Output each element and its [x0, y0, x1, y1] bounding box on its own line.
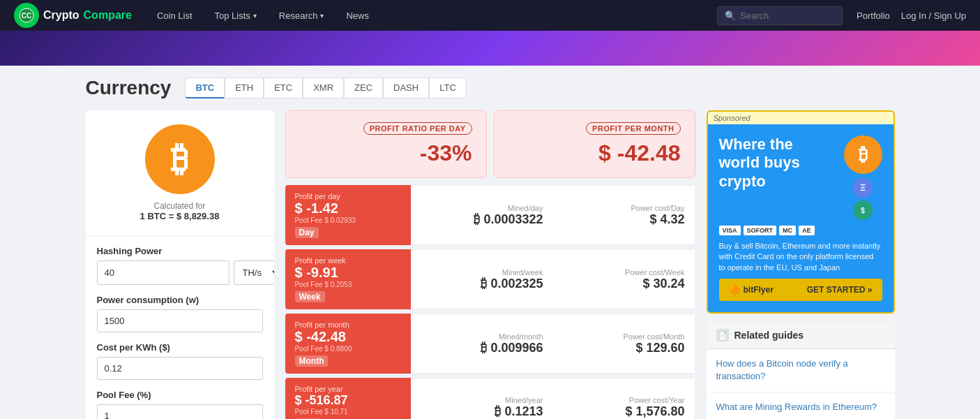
day-power-value: $ 4.32: [649, 212, 684, 227]
mining-row-week: Profit per week $ -9.91 Pool Fee $ 0.205…: [285, 249, 695, 309]
hashing-unit-select[interactable]: TH/s GH/s MH/s: [234, 260, 274, 285]
bitcoin-icon: ₿: [145, 124, 215, 194]
day-power-label: Power cost/Day: [631, 204, 684, 212]
power-consumption-label: Power consumption (w): [97, 295, 263, 305]
input-section: Hashing Power TH/s GH/s MH/s Power consu…: [86, 236, 274, 419]
week-mined-value: ₿ 0.002325: [481, 277, 543, 291]
ad-bitcoin-icon: ₿: [844, 135, 882, 174]
year-mined-label: Mined/year: [505, 396, 543, 404]
week-pool-fee: Pool Fee $ 0.2053: [295, 281, 401, 288]
search-box[interactable]: 🔍: [717, 6, 843, 25]
tab-xmr[interactable]: XMR: [303, 78, 344, 98]
hashing-power-label: Hashing Power: [97, 246, 263, 256]
guide-link-2[interactable]: What are Mining Rewards in Ethereum?: [707, 392, 895, 419]
coin-icon-area: ₿ Calculated for 1 BTC = $ 8,829.38: [86, 110, 274, 236]
day-power-cell: Power cost/Day $ 4.32: [553, 185, 695, 245]
week-power-label: Power cost/Week: [625, 268, 684, 277]
power-consumption-input[interactable]: [97, 309, 263, 332]
year-profit-value: $ -516.87: [295, 393, 401, 408]
ad-cta-button[interactable]: 🔶 bitFlyer GET STARTED »: [719, 279, 882, 301]
top-lists-chevron-icon: ▾: [253, 12, 257, 20]
day-period-label: Day: [295, 227, 319, 238]
tab-eth[interactable]: ETH: [225, 78, 264, 98]
tab-zec[interactable]: ZEC: [344, 78, 383, 98]
cost-per-kwh-label: Cost per KWh ($): [97, 342, 263, 353]
nav-news[interactable]: News: [335, 0, 380, 31]
svg-text:CC: CC: [22, 12, 31, 20]
month-profit-cell: Profit per month $ -42.48 Pool Fee $ 0.8…: [285, 314, 411, 374]
week-period-label: Week: [295, 291, 325, 302]
cost-per-kwh-input[interactable]: [97, 357, 263, 380]
month-mined-value: ₿ 0.009966: [481, 341, 543, 355]
related-guides-header: 📄 Related guides: [707, 322, 895, 349]
hero-banner: [0, 31, 980, 66]
mining-table: Profit per day $ -1.42 Pool Fee $ 0.0293…: [285, 185, 695, 419]
logo-text-compare: Compare: [84, 9, 132, 22]
pool-fee-input[interactable]: [97, 404, 263, 419]
month-power-value: $ 129.60: [635, 341, 684, 355]
month-power-label: Power cost/Month: [623, 332, 684, 341]
day-mined-cell: Mined/day ₿ 0.0003322: [411, 185, 553, 245]
year-profit-label: Profit per year: [295, 385, 401, 393]
doc-icon: 📄: [716, 329, 729, 341]
month-period-label: Month: [295, 355, 329, 367]
logo[interactable]: CC CryptoCompare: [14, 3, 132, 28]
week-profit-label: Profit per week: [295, 256, 401, 265]
year-pool-fee: Pool Fee $ 10.71: [295, 408, 401, 416]
profit-cards: PROFIT RATIO PER DAY -33% PROFIT PER MON…: [285, 110, 695, 178]
month-profit-label: Profit per month: [295, 321, 401, 329]
sofort-icon: SOFORT: [744, 226, 777, 235]
month-mined-cell: Mined/month ₿ 0.009966: [411, 314, 553, 374]
search-input[interactable]: [740, 10, 835, 21]
main-grid: ₿ Calculated for 1 BTC = $ 8,829.38 Hash…: [86, 110, 895, 419]
tab-etc[interactable]: ETC: [264, 78, 303, 98]
ad-title: Where the world buys crypto: [719, 135, 837, 191]
logo-icon: CC: [14, 3, 39, 28]
week-power-cell: Power cost/Week $ 30.24: [553, 249, 695, 309]
logo-text-crypto: Crypto: [43, 9, 80, 22]
mc-icon: MC: [779, 226, 796, 235]
bitflyer-brand: 🔶 bitFlyer: [729, 284, 774, 295]
month-power-cell: Power cost/Month $ 129.60: [553, 314, 695, 374]
page-title: Currency: [86, 77, 172, 99]
month-profit-value: $ -42.48: [295, 329, 401, 345]
navbar: CC CryptoCompare Coin List Top Lists ▾ R…: [0, 0, 980, 31]
center-panel: PROFIT RATIO PER DAY -33% PROFIT PER MON…: [285, 110, 695, 419]
login-link[interactable]: Log In / Sign Up: [901, 10, 966, 21]
left-panel: ₿ Calculated for 1 BTC = $ 8,829.38 Hash…: [86, 110, 274, 419]
nav-top-lists[interactable]: Top Lists ▾: [204, 0, 268, 31]
ad-content: Where the world buys crypto ₿ Ξ $ VISA: [708, 124, 894, 312]
guide-link-1[interactable]: How does a Bitcoin node verify a transac…: [707, 349, 895, 392]
year-profit-cell: Profit per year $ -516.87 Pool Fee $ 10.…: [285, 378, 411, 419]
tab-dash[interactable]: DASH: [383, 78, 429, 98]
calculated-for-label: Calculated for: [153, 201, 205, 211]
day-mined-value: ₿ 0.0003322: [474, 212, 543, 227]
tab-btc[interactable]: BTC: [185, 78, 225, 98]
profit-month-label: PROFIT PER MONTH: [586, 122, 680, 135]
nav-actions: Portfolio Log In / Sign Up: [857, 10, 966, 21]
btc-price: 1 BTC = $ 8,829.38: [140, 211, 220, 221]
portfolio-link[interactable]: Portfolio: [857, 10, 890, 21]
profit-ratio-label: PROFIT RATIO PER DAY: [363, 122, 472, 135]
search-icon: 🔍: [725, 10, 736, 21]
hashing-power-input[interactable]: [97, 260, 229, 285]
year-mined-value: ₿ 0.1213: [495, 404, 543, 419]
day-pool-fee: Pool Fee $ 0.02933: [295, 216, 401, 224]
week-mined-label: Mined/week: [502, 268, 543, 277]
mining-row-month: Profit per month $ -42.48 Pool Fee $ 0.8…: [285, 314, 695, 374]
nav-research[interactable]: Research ▾: [268, 0, 336, 31]
pool-fee-label: Pool Fee (%): [97, 390, 263, 400]
month-pool-fee: Pool Fee $ 0.8800: [295, 345, 401, 353]
tab-ltc[interactable]: LTC: [429, 78, 467, 98]
week-profit-value: $ -9.91: [295, 265, 401, 281]
profit-ratio-card: PROFIT RATIO PER DAY -33%: [285, 110, 487, 178]
year-power-cell: Power cost/Year $ 1,576.80: [553, 378, 695, 419]
ad-body: Buy & sell Bitcoin, Ethereum and more in…: [719, 241, 882, 273]
nav-coin-list[interactable]: Coin List: [146, 0, 204, 31]
month-mined-label: Mined/month: [499, 332, 543, 341]
currency-header: Currency BTC ETH ETC XMR ZEC DASH LTC: [86, 77, 895, 99]
profit-month-value: $ -42.48: [508, 140, 681, 166]
day-profit-cell: Profit per day $ -1.42 Pool Fee $ 0.0293…: [285, 185, 411, 245]
mining-row-day: Profit per day $ -1.42 Pool Fee $ 0.0293…: [285, 185, 695, 245]
year-power-label: Power cost/Year: [629, 396, 685, 404]
